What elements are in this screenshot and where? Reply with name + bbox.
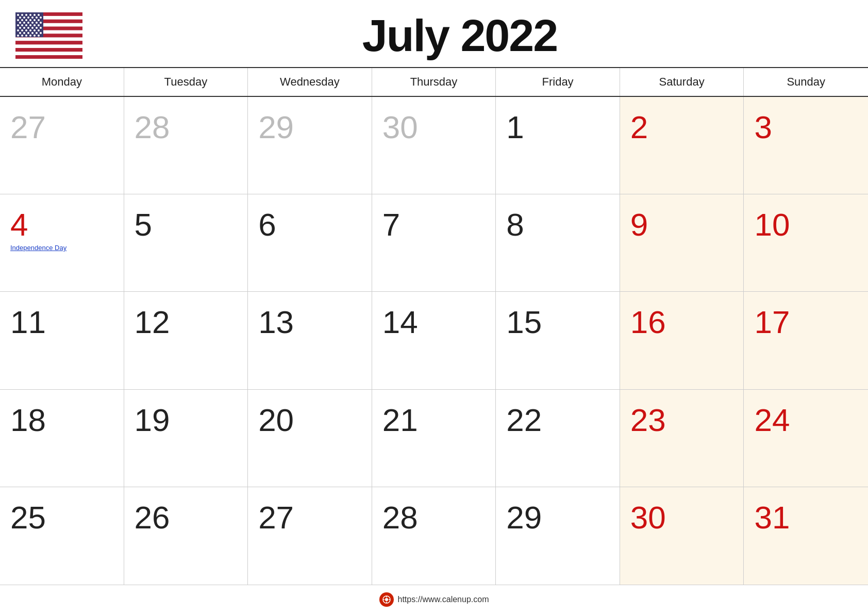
table-row: 19 [124, 390, 248, 487]
svg-point-56 [19, 32, 21, 34]
svg-rect-8 [15, 41, 82, 44]
calendar-footer: https://www.calenup.com [0, 585, 868, 614]
day-header-saturday: Saturday [620, 68, 744, 96]
day-header-sunday: Sunday [744, 68, 868, 96]
svg-point-38 [17, 24, 19, 26]
table-row: 12 [124, 292, 248, 389]
svg-point-65 [29, 35, 31, 37]
svg-point-63 [21, 35, 23, 37]
table-row: 2 [620, 97, 744, 194]
svg-point-31 [38, 19, 40, 21]
svg-point-19 [38, 14, 40, 16]
day-header-friday: Friday [496, 68, 620, 96]
svg-point-62 [17, 35, 19, 37]
table-row: 21 [372, 390, 496, 487]
svg-point-51 [21, 29, 23, 31]
svg-point-54 [34, 29, 36, 31]
table-row: 3 [744, 97, 868, 194]
svg-point-22 [27, 16, 29, 19]
svg-point-14 [17, 14, 19, 16]
table-row: 4 Independence Day [0, 194, 124, 292]
svg-point-52 [25, 29, 27, 31]
svg-point-32 [19, 22, 21, 24]
table-row: 29 [496, 487, 620, 585]
table-row: 1 [496, 97, 620, 194]
svg-point-46 [27, 27, 29, 29]
svg-point-43 [38, 24, 40, 26]
svg-point-53 [29, 29, 31, 31]
day-header-monday: Monday [0, 68, 124, 96]
svg-point-16 [25, 14, 27, 16]
svg-point-35 [31, 22, 34, 24]
calendar-container: July 2022 Monday Tuesday Wednesday Thurs… [0, 0, 868, 614]
table-row: 27 [0, 97, 124, 194]
table-row: 11 [0, 292, 124, 389]
svg-point-30 [34, 19, 36, 21]
table-row: 15 [496, 292, 620, 389]
svg-point-45 [23, 27, 25, 29]
svg-point-66 [34, 35, 36, 37]
us-flag-icon [15, 12, 82, 59]
svg-point-17 [29, 14, 31, 16]
table-row: 28 [124, 97, 248, 194]
svg-point-26 [17, 19, 19, 21]
svg-point-69 [385, 598, 388, 601]
svg-point-60 [36, 32, 38, 34]
table-row: 30 [620, 487, 744, 585]
svg-point-37 [40, 22, 42, 24]
days-header: Monday Tuesday Wednesday Thursday Friday… [0, 68, 868, 97]
svg-rect-9 [15, 44, 82, 48]
svg-point-64 [25, 35, 27, 37]
svg-point-34 [27, 22, 29, 24]
table-row: 5 [124, 194, 248, 292]
svg-point-55 [38, 29, 40, 31]
svg-point-21 [23, 16, 25, 19]
calendar-grid: 27 28 29 30 1 2 3 4 Independence Day 5 6… [0, 97, 868, 585]
table-row: 26 [124, 487, 248, 585]
svg-point-41 [29, 24, 31, 26]
svg-point-50 [17, 29, 19, 31]
table-row: 20 [248, 390, 372, 487]
table-row: 17 [744, 292, 868, 389]
table-row: 22 [496, 390, 620, 487]
svg-point-20 [19, 16, 21, 19]
svg-point-29 [29, 19, 31, 21]
svg-point-28 [25, 19, 27, 21]
svg-point-48 [36, 27, 38, 29]
svg-rect-11 [15, 52, 82, 55]
svg-point-24 [36, 16, 38, 19]
table-row: 31 [744, 487, 868, 585]
svg-point-27 [21, 19, 23, 21]
table-row: 27 [248, 487, 372, 585]
svg-point-15 [21, 14, 23, 16]
svg-point-33 [23, 22, 25, 24]
svg-point-39 [21, 24, 23, 26]
svg-point-36 [36, 22, 38, 24]
table-row: 23 [620, 390, 744, 487]
svg-rect-12 [15, 55, 82, 59]
independence-day-label: Independence Day [10, 244, 66, 252]
svg-point-18 [34, 14, 36, 16]
table-row: 16 [620, 292, 744, 389]
month-title: July 2022 [82, 9, 853, 62]
table-row: 18 [0, 390, 124, 487]
svg-point-61 [40, 32, 42, 34]
table-row: 9 [620, 194, 744, 292]
table-row: 28 [372, 487, 496, 585]
svg-point-59 [31, 32, 34, 34]
table-row: 14 [372, 292, 496, 389]
svg-rect-7 [15, 37, 82, 41]
svg-point-49 [40, 27, 42, 29]
table-row: 25 [0, 487, 124, 585]
day-header-thursday: Thursday [372, 68, 496, 96]
svg-point-42 [34, 24, 36, 26]
day-header-wednesday: Wednesday [248, 68, 372, 96]
day-header-tuesday: Tuesday [124, 68, 248, 96]
footer-url: https://www.calenup.com [398, 595, 489, 604]
table-row: 10 [744, 194, 868, 292]
calendar-header: July 2022 [0, 0, 868, 68]
svg-point-58 [27, 32, 29, 34]
svg-point-57 [23, 32, 25, 34]
table-row: 13 [248, 292, 372, 389]
table-row: 24 [744, 390, 868, 487]
